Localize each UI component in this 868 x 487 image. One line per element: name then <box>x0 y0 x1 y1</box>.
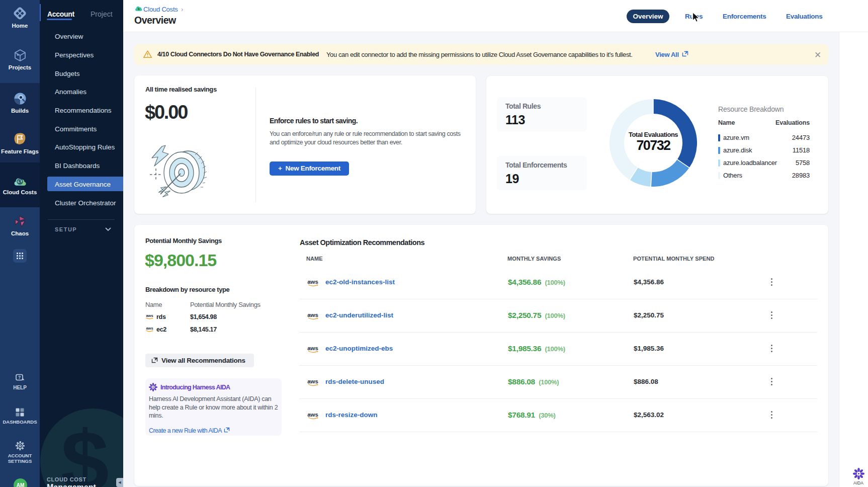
svg-text:aws: aws <box>146 326 153 331</box>
svg-text:aws: aws <box>307 312 318 318</box>
svg-text:aws: aws <box>307 378 318 384</box>
svg-text:aws: aws <box>307 345 318 351</box>
svg-text:aws: aws <box>307 412 318 418</box>
svg-text:?: ? <box>18 375 20 380</box>
svg-text:aws: aws <box>307 279 318 285</box>
svg-text:$: $ <box>18 179 22 185</box>
svg-text:aws: aws <box>146 313 153 318</box>
